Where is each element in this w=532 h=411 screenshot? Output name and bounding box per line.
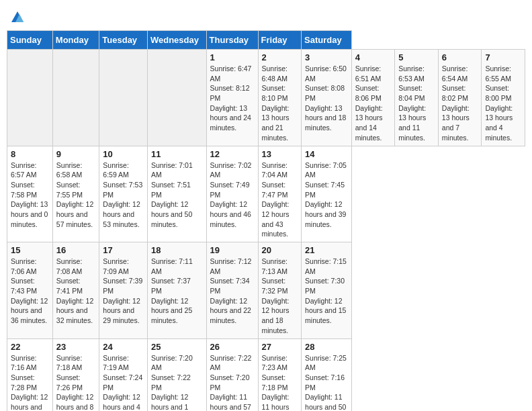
day-number: 8: [11, 149, 49, 159]
day-number: 21: [305, 245, 348, 255]
day-number: 2: [262, 52, 298, 62]
day-number: 6: [442, 52, 478, 62]
calendar-cell: 13Sunrise: 7:04 AMSunset: 7:47 PMDayligh…: [258, 146, 302, 242]
day-detail: Sunrise: 6:54 AMSunset: 8:02 PMDaylight:…: [442, 64, 478, 143]
day-detail: Sunrise: 7:18 AMSunset: 7:26 PMDaylight:…: [56, 353, 96, 412]
header-thursday: Thursday: [206, 31, 258, 50]
day-number: 1: [210, 52, 255, 62]
calendar-cell: 14Sunrise: 7:05 AMSunset: 7:45 PMDayligh…: [302, 146, 352, 242]
header-tuesday: Tuesday: [99, 31, 148, 50]
calendar-cell: 2Sunrise: 6:48 AMSunset: 8:10 PMDaylight…: [258, 50, 302, 146]
header-saturday: Saturday: [302, 31, 352, 50]
calendar-week-row: 1Sunrise: 6:47 AMSunset: 8:12 PMDaylight…: [7, 50, 525, 146]
calendar-cell: 15Sunrise: 7:06 AMSunset: 7:43 PMDayligh…: [7, 242, 53, 339]
day-number: 25: [151, 342, 203, 352]
calendar-week-row: 22Sunrise: 7:16 AMSunset: 7:28 PMDayligh…: [7, 338, 525, 411]
calendar-cell: 17Sunrise: 7:09 AMSunset: 7:39 PMDayligh…: [99, 242, 148, 339]
calendar-cell: 21Sunrise: 7:15 AMSunset: 7:30 PMDayligh…: [302, 242, 352, 339]
calendar-cell: 18Sunrise: 7:11 AMSunset: 7:37 PMDayligh…: [147, 242, 206, 339]
calendar-cell: 9Sunrise: 6:58 AMSunset: 7:55 PMDaylight…: [52, 146, 99, 242]
day-detail: Sunrise: 7:23 AMSunset: 7:18 PMDaylight:…: [262, 353, 298, 412]
calendar-cell: [7, 50, 53, 146]
logo: [10, 10, 28, 25]
calendar-cell: 5Sunrise: 6:53 AMSunset: 8:04 PMDaylight…: [395, 50, 439, 146]
day-detail: Sunrise: 6:47 AMSunset: 8:12 PMDaylight:…: [210, 64, 255, 133]
day-detail: Sunrise: 6:58 AMSunset: 7:55 PMDaylight:…: [56, 161, 96, 230]
day-detail: Sunrise: 7:25 AMSunset: 7:16 PMDaylight:…: [305, 353, 348, 412]
day-number: 26: [210, 342, 255, 352]
day-detail: Sunrise: 6:50 AMSunset: 8:08 PMDaylight:…: [305, 64, 348, 133]
day-detail: Sunrise: 7:11 AMSunset: 7:37 PMDaylight:…: [151, 257, 203, 326]
day-detail: Sunrise: 6:57 AMSunset: 7:58 PMDaylight:…: [11, 161, 49, 230]
calendar-cell: 26Sunrise: 7:22 AMSunset: 7:20 PMDayligh…: [206, 338, 258, 411]
day-number: 11: [151, 149, 203, 159]
calendar-cell: 23Sunrise: 7:18 AMSunset: 7:26 PMDayligh…: [52, 338, 99, 411]
day-number: 7: [485, 52, 521, 62]
header-wednesday: Wednesday: [147, 31, 206, 50]
logo-icon: [10, 10, 25, 25]
day-number: 14: [305, 149, 348, 159]
day-number: 18: [151, 245, 203, 255]
calendar-cell: 25Sunrise: 7:20 AMSunset: 7:22 PMDayligh…: [147, 338, 206, 411]
calendar-cell: [147, 50, 206, 146]
day-number: 24: [103, 342, 144, 352]
day-number: 13: [262, 149, 298, 159]
day-number: 9: [56, 149, 96, 159]
calendar-cell: 16Sunrise: 7:08 AMSunset: 7:41 PMDayligh…: [52, 242, 99, 339]
day-number: 28: [305, 342, 348, 352]
calendar-cell: 22Sunrise: 7:16 AMSunset: 7:28 PMDayligh…: [7, 338, 53, 411]
day-detail: Sunrise: 7:16 AMSunset: 7:28 PMDaylight:…: [11, 353, 49, 412]
calendar-cell: 27Sunrise: 7:23 AMSunset: 7:18 PMDayligh…: [258, 338, 302, 411]
day-detail: Sunrise: 6:59 AMSunset: 7:53 PMDaylight:…: [103, 161, 144, 230]
calendar-cell: 3Sunrise: 6:50 AMSunset: 8:08 PMDaylight…: [302, 50, 352, 146]
calendar-cell: 8Sunrise: 6:57 AMSunset: 7:58 PMDaylight…: [7, 146, 53, 242]
calendar-cell: 12Sunrise: 7:02 AMSunset: 7:49 PMDayligh…: [206, 146, 258, 242]
day-detail: Sunrise: 7:20 AMSunset: 7:22 PMDaylight:…: [151, 353, 203, 412]
calendar-table: SundayMondayTuesdayWednesdayThursdayFrid…: [7, 30, 525, 411]
calendar-cell: 28Sunrise: 7:25 AMSunset: 7:16 PMDayligh…: [302, 338, 352, 411]
calendar-cell: 10Sunrise: 6:59 AMSunset: 7:53 PMDayligh…: [99, 146, 148, 242]
header-friday: Friday: [258, 31, 302, 50]
day-detail: Sunrise: 7:22 AMSunset: 7:20 PMDaylight:…: [210, 353, 255, 412]
day-number: 20: [262, 245, 298, 255]
day-number: 17: [103, 245, 144, 255]
day-detail: Sunrise: 7:12 AMSunset: 7:34 PMDaylight:…: [210, 257, 255, 326]
calendar-cell: [99, 50, 148, 146]
day-number: 16: [56, 245, 96, 255]
day-number: 10: [103, 149, 144, 159]
day-detail: Sunrise: 7:09 AMSunset: 7:39 PMDaylight:…: [103, 257, 144, 326]
day-number: 27: [262, 342, 298, 352]
calendar-cell: 7Sunrise: 6:55 AMSunset: 8:00 PMDaylight…: [482, 50, 525, 146]
day-detail: Sunrise: 7:06 AMSunset: 7:43 PMDaylight:…: [11, 257, 49, 326]
calendar-cell: 4Sunrise: 6:51 AMSunset: 8:06 PMDaylight…: [351, 50, 395, 146]
calendar-header-row: SundayMondayTuesdayWednesdayThursdayFrid…: [7, 31, 525, 50]
day-number: 3: [305, 52, 348, 62]
calendar-cell: 6Sunrise: 6:54 AMSunset: 8:02 PMDaylight…: [438, 50, 482, 146]
calendar-cell: 19Sunrise: 7:12 AMSunset: 7:34 PMDayligh…: [206, 242, 258, 339]
calendar-cell: 20Sunrise: 7:13 AMSunset: 7:32 PMDayligh…: [258, 242, 302, 339]
calendar-week-row: 15Sunrise: 7:06 AMSunset: 7:43 PMDayligh…: [7, 242, 525, 339]
day-detail: Sunrise: 7:05 AMSunset: 7:45 PMDaylight:…: [305, 161, 348, 230]
day-detail: Sunrise: 6:55 AMSunset: 8:00 PMDaylight:…: [485, 64, 521, 143]
day-detail: Sunrise: 7:08 AMSunset: 7:41 PMDaylight:…: [56, 257, 96, 326]
calendar-cell: 11Sunrise: 7:01 AMSunset: 7:51 PMDayligh…: [147, 146, 206, 242]
calendar-cell: 24Sunrise: 7:19 AMSunset: 7:24 PMDayligh…: [99, 338, 148, 411]
day-number: 5: [398, 52, 435, 62]
day-detail: Sunrise: 7:19 AMSunset: 7:24 PMDaylight:…: [103, 353, 144, 412]
day-number: 22: [11, 342, 49, 352]
day-number: 23: [56, 342, 96, 352]
calendar-cell: [52, 50, 99, 146]
day-detail: Sunrise: 7:04 AMSunset: 7:47 PMDaylight:…: [262, 161, 298, 240]
day-detail: Sunrise: 6:48 AMSunset: 8:10 PMDaylight:…: [262, 64, 298, 143]
day-detail: Sunrise: 7:15 AMSunset: 7:30 PMDaylight:…: [305, 257, 348, 326]
page-header: [7, 7, 525, 25]
day-number: 4: [355, 52, 392, 62]
day-detail: Sunrise: 6:53 AMSunset: 8:04 PMDaylight:…: [398, 64, 435, 143]
day-number: 15: [11, 245, 49, 255]
header-sunday: Sunday: [7, 31, 53, 50]
day-detail: Sunrise: 6:51 AMSunset: 8:06 PMDaylight:…: [355, 64, 392, 143]
day-number: 19: [210, 245, 255, 255]
day-detail: Sunrise: 7:01 AMSunset: 7:51 PMDaylight:…: [151, 161, 203, 230]
calendar-cell: 1Sunrise: 6:47 AMSunset: 8:12 PMDaylight…: [206, 50, 258, 146]
header-monday: Monday: [52, 31, 99, 50]
